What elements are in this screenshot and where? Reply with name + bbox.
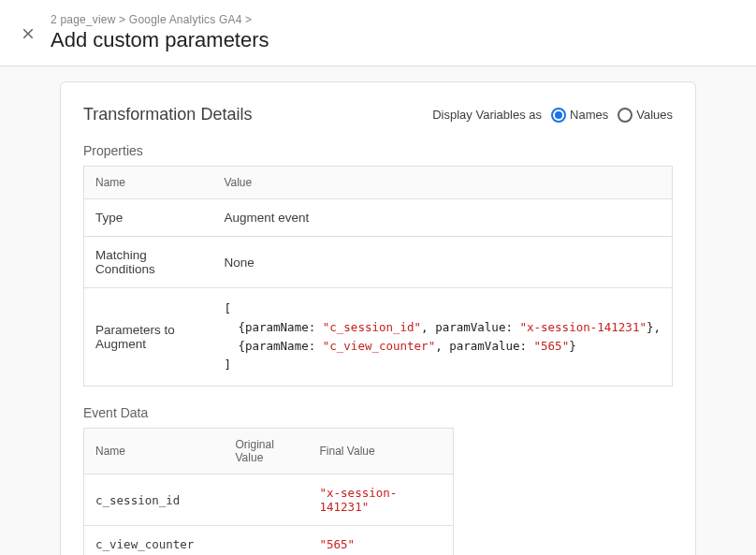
close-icon: [20, 25, 36, 42]
table-row: Matching ConditionsNone: [84, 237, 673, 288]
details-card: Transformation Details Display Variables…: [60, 81, 696, 555]
cell-value: Augment event: [212, 199, 672, 237]
col-header-name: Name: [84, 429, 225, 475]
properties-header-row: Name Value: [84, 167, 673, 199]
eventdata-header-row: Name Original Value Final Value: [84, 429, 454, 475]
display-toggle-label: Display Variables as: [432, 108, 542, 122]
radio-option-names[interactable]: Names: [551, 108, 608, 123]
top-bar: 2 page_view > Google Analytics GA4 > Add…: [0, 0, 756, 66]
cell-final: "x-session-141231": [309, 475, 454, 526]
eventdata-section-label: Event Data: [83, 405, 673, 420]
properties-table: Name Value TypeAugment eventMatching Con…: [83, 166, 673, 387]
cell-final: "565": [309, 526, 454, 555]
card-title: Transformation Details: [83, 105, 252, 124]
col-header-final: Final Value: [309, 429, 454, 475]
display-toggle: Display Variables as Names Values: [432, 108, 673, 123]
cell-name: Parameters to Augment: [84, 288, 213, 387]
cell-name: c_view_counter: [84, 526, 225, 555]
table-row: c_session_id"x-session-141231": [84, 475, 454, 526]
cell-original: [225, 475, 309, 526]
cell-name: c_session_id: [84, 475, 225, 526]
breadcrumb: 2 page_view > Google Analytics GA4 >: [51, 13, 269, 26]
title-block: 2 page_view > Google Analytics GA4 > Add…: [51, 13, 269, 52]
cell-value: None: [212, 237, 672, 288]
canvas: Transformation Details Display Variables…: [0, 66, 756, 555]
col-header-name: Name: [84, 167, 213, 199]
col-header-value: Value: [212, 167, 672, 199]
page-title: Add custom parameters: [51, 28, 269, 52]
eventdata-table: Name Original Value Final Value c_sessio…: [83, 428, 454, 555]
table-row: c_view_counter"565": [84, 526, 454, 555]
radio-option-values[interactable]: Values: [618, 108, 673, 123]
radio-label-names: Names: [570, 108, 608, 122]
cell-value: [ {paramName: "c_session_id", paramValue…: [212, 288, 672, 387]
cell-original: [225, 526, 309, 555]
table-row: TypeAugment event: [84, 199, 673, 237]
col-header-original: Original Value: [225, 429, 309, 475]
cell-name: Type: [84, 199, 213, 237]
properties-section-label: Properties: [83, 143, 673, 158]
close-button[interactable]: [17, 22, 39, 45]
card-header: Transformation Details Display Variables…: [83, 105, 673, 124]
code-block: [ {paramName: "c_session_id", paramValue…: [224, 299, 661, 374]
radio-label-values: Values: [636, 108, 673, 122]
cell-name: Matching Conditions: [84, 237, 213, 288]
radio-button-names[interactable]: [551, 108, 566, 123]
radio-button-values[interactable]: [618, 108, 632, 123]
table-row: Parameters to Augment[ {paramName: "c_se…: [84, 288, 673, 387]
